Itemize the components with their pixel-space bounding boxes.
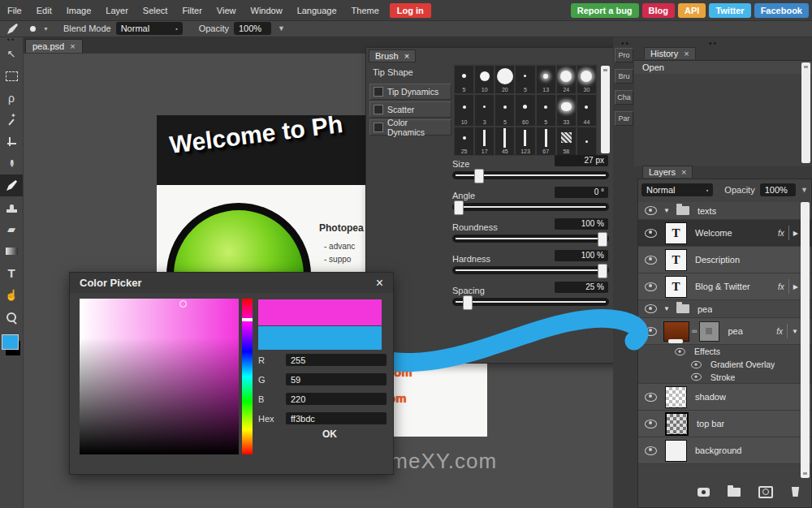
brush-preset[interactable]: 20: [495, 65, 515, 94]
mini-tab-brush[interactable]: Bru: [615, 69, 633, 84]
close-icon[interactable]: ×: [376, 276, 383, 291]
menu-item-filter[interactable]: Filter: [175, 6, 209, 15]
section-tip-shape[interactable]: Tip Shape: [373, 67, 413, 77]
brush-preset[interactable]: 123: [515, 127, 535, 156]
blend-mode-select[interactable]: Normal ▪: [116, 22, 183, 35]
visibility-eye-icon[interactable]: [645, 393, 657, 402]
login-button[interactable]: Log in: [390, 3, 431, 18]
layer-row[interactable]: background: [638, 437, 811, 464]
spacing-value[interactable]: 25 %: [555, 282, 608, 293]
history-entry[interactable]: Open: [634, 61, 812, 74]
close-icon[interactable]: ×: [684, 49, 689, 58]
brush-preset[interactable]: 17: [474, 127, 495, 156]
layer-group-row[interactable]: ▼ texts: [638, 202, 811, 220]
visibility-eye-icon[interactable]: [645, 282, 657, 291]
angle-slider[interactable]: [452, 203, 609, 211]
spacing-slider[interactable]: [452, 298, 609, 306]
opacity-select[interactable]: 100%: [234, 22, 271, 35]
slider-thumb[interactable]: [598, 264, 607, 278]
saturation-value-area[interactable]: [80, 299, 239, 454]
mask-thumbnail[interactable]: [699, 321, 719, 342]
new-folder-icon[interactable]: [728, 488, 741, 497]
chevron-down-icon[interactable]: ▼: [278, 24, 285, 32]
brush-preset[interactable]: 5: [536, 94, 556, 127]
layer-blend-mode-select[interactable]: Normal ▪: [641, 183, 713, 196]
menu-item-file[interactable]: File: [0, 6, 29, 15]
brush-preset[interactable]: 10: [454, 94, 474, 127]
facebook-button[interactable]: Facebook: [754, 3, 809, 18]
brush-preset[interactable]: 5: [515, 65, 535, 94]
document-tab[interactable]: pea.psd ×: [25, 39, 83, 53]
slider-thumb[interactable]: [474, 169, 484, 183]
blog-button[interactable]: Blog: [642, 3, 675, 18]
ok-button[interactable]: OK: [305, 428, 354, 440]
chevron-down-icon[interactable]: ▼: [663, 207, 670, 214]
brush-tool[interactable]: [0, 174, 23, 196]
visibility-eye-icon[interactable]: [645, 420, 657, 428]
chevron-down-icon[interactable]: ▼: [663, 305, 670, 312]
menu-item-window[interactable]: Window: [244, 6, 290, 15]
brush-preset[interactable]: 24: [556, 65, 577, 94]
visibility-eye-icon[interactable]: [645, 206, 657, 215]
mini-tab-channels[interactable]: Cha: [615, 90, 633, 105]
visibility-eye-icon[interactable]: [691, 360, 702, 368]
hardness-value[interactable]: 100 %: [555, 250, 608, 261]
lasso-tool[interactable]: ρ: [0, 87, 23, 109]
roundness-value[interactable]: 100 %: [555, 218, 608, 230]
preset-scrollbar[interactable]: [601, 66, 610, 153]
eyedropper-tool[interactable]: ✒: [0, 153, 23, 174]
hue-slider[interactable]: [242, 299, 253, 454]
layers-panel-tab[interactable]: Layers ×: [642, 166, 693, 178]
brush-preset[interactable]: 45: [495, 127, 515, 156]
move-tool[interactable]: ↖: [0, 43, 23, 65]
delete-layer-icon[interactable]: [791, 487, 800, 497]
checkbox-icon[interactable]: [374, 87, 383, 97]
red-field[interactable]: [286, 354, 387, 366]
api-button[interactable]: API: [678, 3, 706, 18]
layer-opacity-select[interactable]: 100%: [760, 183, 796, 196]
chevron-right-icon[interactable]: ▶: [793, 283, 798, 291]
brush-preset[interactable]: 33: [556, 94, 577, 127]
eraser-tool[interactable]: ▰: [0, 218, 23, 240]
brush-preset[interactable]: 44: [577, 94, 597, 127]
angle-value[interactable]: 0 °: [555, 187, 608, 198]
hardness-slider[interactable]: [452, 266, 609, 274]
visibility-eye-icon[interactable]: [645, 256, 657, 265]
menu-item-select[interactable]: Select: [136, 6, 175, 15]
close-icon[interactable]: ×: [681, 167, 686, 177]
history-panel-tab[interactable]: History ×: [644, 47, 696, 59]
layer-row[interactable]: T Description: [638, 247, 811, 273]
chevron-down-icon[interactable]: ▼: [792, 328, 798, 335]
slider-thumb[interactable]: [454, 200, 464, 215]
size-value[interactable]: 27 px: [555, 155, 608, 166]
add-mask-icon[interactable]: [758, 486, 773, 498]
visibility-eye-icon[interactable]: [645, 229, 657, 238]
checkbox-icon[interactable]: [374, 123, 383, 132]
layer-row[interactable]: ∞ pea fx▼: [638, 318, 811, 345]
hex-field[interactable]: [286, 412, 387, 424]
effect-row[interactable]: Gradient Overlay: [638, 358, 811, 371]
rectangle-select-tool[interactable]: [0, 65, 23, 87]
hue-indicator[interactable]: [242, 318, 253, 321]
color-indicator[interactable]: [179, 300, 187, 308]
size-slider[interactable]: [452, 171, 609, 179]
magic-wand-tool[interactable]: [0, 109, 23, 131]
history-scrollbar[interactable]: [801, 62, 810, 163]
brush-preset-preview[interactable]: ▼: [30, 26, 49, 32]
report-bug-button[interactable]: Report a bug: [571, 3, 639, 18]
visibility-eye-icon[interactable]: [691, 373, 702, 381]
layer-group-row[interactable]: ▼ pea: [638, 300, 811, 318]
type-tool[interactable]: T: [0, 262, 23, 284]
brush-preset[interactable]: 13: [536, 65, 556, 94]
section-scatter[interactable]: Scatter: [369, 101, 451, 118]
hand-tool[interactable]: ☝: [0, 284, 23, 306]
menu-item-view[interactable]: View: [209, 6, 244, 15]
menu-item-theme[interactable]: Theme: [344, 6, 387, 15]
slider-thumb[interactable]: [598, 232, 607, 247]
panel-drag-handle[interactable]: ••: [0, 37, 23, 43]
layer-row[interactable]: top bar: [638, 411, 811, 437]
layer-row[interactable]: T Welcome fx▶: [638, 220, 811, 247]
gradient-tool[interactable]: [0, 240, 23, 262]
brush-panel-tab[interactable]: Brush ×: [369, 50, 416, 62]
brush-preset[interactable]: 25: [454, 127, 474, 156]
